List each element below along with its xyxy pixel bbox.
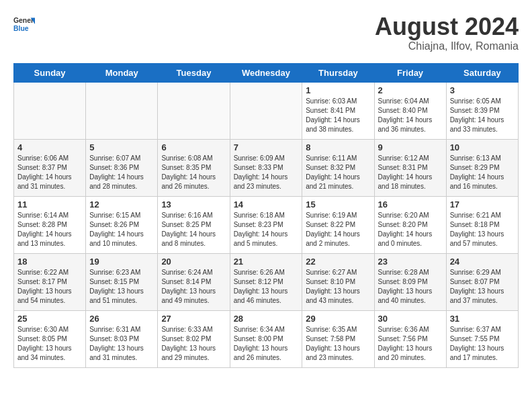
calendar-cell: 3Sunrise: 6:05 AM Sunset: 8:39 PM Daylig… [446, 82, 518, 139]
svg-text:Blue: Blue [13, 25, 29, 32]
day-number: 24 [450, 257, 515, 267]
day-info: Sunrise: 6:12 AM Sunset: 8:31 PM Dayligh… [378, 154, 443, 191]
calendar-cell: 12Sunrise: 6:15 AM Sunset: 8:26 PM Dayli… [86, 196, 158, 253]
day-info: Sunrise: 6:24 AM Sunset: 8:14 PM Dayligh… [161, 268, 226, 306]
day-info: Sunrise: 6:36 AM Sunset: 7:56 PM Dayligh… [378, 325, 443, 363]
calendar-cell [230, 82, 302, 139]
calendar-cell: 19Sunrise: 6:23 AM Sunset: 8:15 PM Dayli… [86, 253, 158, 310]
day-number: 5 [89, 142, 154, 152]
header: General Blue August 2024 Chiajna, Ilfov,… [13, 13, 519, 52]
day-number: 15 [306, 199, 370, 210]
calendar-cell: 14Sunrise: 6:18 AM Sunset: 8:23 PM Dayli… [230, 196, 302, 253]
day-number: 4 [17, 142, 82, 152]
calendar-cell: 9Sunrise: 6:12 AM Sunset: 8:31 PM Daylig… [374, 139, 446, 196]
header-tuesday: Tuesday [158, 63, 230, 82]
location: Chiajna, Ilfov, Romania [375, 40, 519, 52]
day-number: 28 [234, 314, 299, 324]
header-friday: Friday [374, 63, 446, 82]
header-sunday: Sunday [14, 63, 86, 82]
day-info: Sunrise: 6:22 AM Sunset: 8:17 PM Dayligh… [17, 268, 82, 306]
day-info: Sunrise: 6:29 AM Sunset: 8:07 PM Dayligh… [450, 268, 515, 306]
day-number: 2 [378, 85, 443, 95]
day-info: Sunrise: 6:05 AM Sunset: 8:39 PM Dayligh… [450, 97, 515, 134]
day-info: Sunrise: 6:09 AM Sunset: 8:33 PM Dayligh… [234, 154, 299, 191]
title-area: August 2024 Chiajna, Ilfov, Romania [375, 13, 519, 52]
day-info: Sunrise: 6:34 AM Sunset: 8:00 PM Dayligh… [234, 325, 299, 363]
day-info: Sunrise: 6:14 AM Sunset: 8:28 PM Dayligh… [17, 211, 82, 248]
day-number: 25 [17, 314, 82, 324]
day-number: 9 [378, 142, 443, 152]
day-info: Sunrise: 6:31 AM Sunset: 8:03 PM Dayligh… [89, 325, 154, 363]
week-row-5: 25Sunrise: 6:30 AM Sunset: 8:05 PM Dayli… [14, 310, 519, 367]
day-number: 29 [306, 314, 370, 324]
day-info: Sunrise: 6:13 AM Sunset: 8:29 PM Dayligh… [450, 154, 515, 191]
calendar-cell: 28Sunrise: 6:34 AM Sunset: 8:00 PM Dayli… [230, 310, 302, 367]
day-info: Sunrise: 6:26 AM Sunset: 8:12 PM Dayligh… [234, 268, 299, 306]
day-number: 30 [378, 314, 443, 324]
day-info: Sunrise: 6:06 AM Sunset: 8:37 PM Dayligh… [17, 154, 82, 191]
calendar-cell [86, 82, 158, 139]
day-number: 8 [306, 142, 370, 152]
calendar-cell: 25Sunrise: 6:30 AM Sunset: 8:05 PM Dayli… [14, 310, 86, 367]
day-number: 11 [17, 199, 82, 210]
week-row-2: 4Sunrise: 6:06 AM Sunset: 8:37 PM Daylig… [14, 139, 519, 196]
calendar-cell: 26Sunrise: 6:31 AM Sunset: 8:03 PM Dayli… [86, 310, 158, 367]
day-info: Sunrise: 6:15 AM Sunset: 8:26 PM Dayligh… [89, 211, 154, 248]
day-number: 26 [89, 314, 154, 324]
calendar-cell: 6Sunrise: 6:08 AM Sunset: 8:35 PM Daylig… [158, 139, 230, 196]
calendar-cell: 15Sunrise: 6:19 AM Sunset: 8:22 PM Dayli… [302, 196, 374, 253]
day-number: 16 [378, 199, 443, 210]
calendar-cell: 10Sunrise: 6:13 AM Sunset: 8:29 PM Dayli… [446, 139, 518, 196]
month-year: August 2024 [375, 13, 519, 40]
calendar-cell [158, 82, 230, 139]
day-number: 12 [89, 199, 154, 210]
calendar-cell: 2Sunrise: 6:04 AM Sunset: 8:40 PM Daylig… [374, 82, 446, 139]
calendar-cell: 5Sunrise: 6:07 AM Sunset: 8:36 PM Daylig… [86, 139, 158, 196]
calendar-cell: 21Sunrise: 6:26 AM Sunset: 8:12 PM Dayli… [230, 253, 302, 310]
calendar-cell: 22Sunrise: 6:27 AM Sunset: 8:10 PM Dayli… [302, 253, 374, 310]
day-info: Sunrise: 6:21 AM Sunset: 8:18 PM Dayligh… [450, 211, 515, 248]
day-number: 17 [450, 199, 515, 210]
day-number: 6 [161, 142, 226, 152]
day-info: Sunrise: 6:03 AM Sunset: 8:41 PM Dayligh… [306, 97, 370, 134]
calendar-cell: 24Sunrise: 6:29 AM Sunset: 8:07 PM Dayli… [446, 253, 518, 310]
calendar-cell: 16Sunrise: 6:20 AM Sunset: 8:20 PM Dayli… [374, 196, 446, 253]
day-number: 10 [450, 142, 515, 152]
day-number: 31 [450, 314, 515, 324]
day-number: 23 [378, 257, 443, 267]
day-info: Sunrise: 6:33 AM Sunset: 8:02 PM Dayligh… [161, 325, 226, 363]
calendar-cell: 20Sunrise: 6:24 AM Sunset: 8:14 PM Dayli… [158, 253, 230, 310]
calendar-cell: 1Sunrise: 6:03 AM Sunset: 8:41 PM Daylig… [302, 82, 374, 139]
calendar-cell: 7Sunrise: 6:09 AM Sunset: 8:33 PM Daylig… [230, 139, 302, 196]
day-info: Sunrise: 6:30 AM Sunset: 8:05 PM Dayligh… [17, 325, 82, 363]
day-number: 3 [450, 85, 515, 95]
day-info: Sunrise: 6:23 AM Sunset: 8:15 PM Dayligh… [89, 268, 154, 306]
header-monday: Monday [86, 63, 158, 82]
day-number: 18 [17, 257, 82, 267]
week-row-3: 11Sunrise: 6:14 AM Sunset: 8:28 PM Dayli… [14, 196, 519, 253]
header-thursday: Thursday [302, 63, 374, 82]
header-saturday: Saturday [446, 63, 518, 82]
calendar-cell: 11Sunrise: 6:14 AM Sunset: 8:28 PM Dayli… [14, 196, 86, 253]
calendar-cell: 8Sunrise: 6:11 AM Sunset: 8:32 PM Daylig… [302, 139, 374, 196]
calendar-cell: 18Sunrise: 6:22 AM Sunset: 8:17 PM Dayli… [14, 253, 86, 310]
day-number: 22 [306, 257, 370, 267]
calendar-cell: 17Sunrise: 6:21 AM Sunset: 8:18 PM Dayli… [446, 196, 518, 253]
week-row-1: 1Sunrise: 6:03 AM Sunset: 8:41 PM Daylig… [14, 82, 519, 139]
header-row: SundayMondayTuesdayWednesdayThursdayFrid… [14, 63, 519, 82]
calendar-cell: 13Sunrise: 6:16 AM Sunset: 8:25 PM Dayli… [158, 196, 230, 253]
day-number: 21 [234, 257, 299, 267]
calendar-table: SundayMondayTuesdayWednesdayThursdayFrid… [13, 63, 519, 368]
day-number: 7 [234, 142, 299, 152]
day-info: Sunrise: 6:20 AM Sunset: 8:20 PM Dayligh… [378, 211, 443, 248]
day-info: Sunrise: 6:08 AM Sunset: 8:35 PM Dayligh… [161, 154, 226, 191]
calendar-cell: 31Sunrise: 6:37 AM Sunset: 7:55 PM Dayli… [446, 310, 518, 367]
calendar-cell [14, 82, 86, 139]
day-info: Sunrise: 6:18 AM Sunset: 8:23 PM Dayligh… [234, 211, 299, 248]
logo-icon: General Blue [13, 13, 35, 35]
header-wednesday: Wednesday [230, 63, 302, 82]
day-info: Sunrise: 6:37 AM Sunset: 7:55 PM Dayligh… [450, 325, 515, 363]
day-number: 19 [89, 257, 154, 267]
calendar-cell: 29Sunrise: 6:35 AM Sunset: 7:58 PM Dayli… [302, 310, 374, 367]
day-info: Sunrise: 6:04 AM Sunset: 8:40 PM Dayligh… [378, 97, 443, 134]
